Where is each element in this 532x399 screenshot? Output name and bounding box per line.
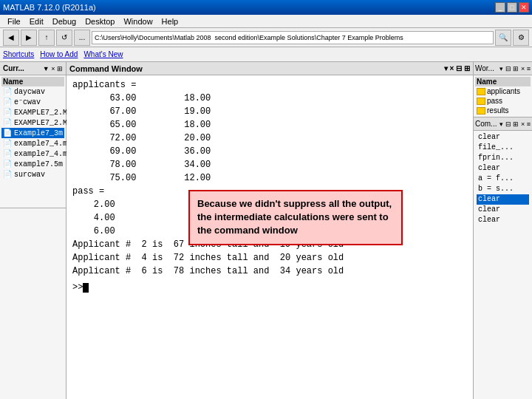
history-item[interactable]: fprin... xyxy=(477,153,529,163)
workspace-item-label: results xyxy=(487,106,508,115)
history-item[interactable]: b = s... xyxy=(477,184,529,194)
shortcut-how-to-add[interactable]: How to Add xyxy=(40,50,78,58)
history-item[interactable]: clear xyxy=(477,163,529,174)
menu-bar: File Edit Debug Desktop Window Help xyxy=(0,15,532,28)
list-item[interactable]: 📄example7_4.m xyxy=(1,149,64,159)
workspace-ctrl[interactable]: ▾ ⊟ ⊞ × ≡ xyxy=(499,65,531,72)
cmd-prompt: >> xyxy=(72,281,467,294)
panel-ctrl-left[interactable]: ▼ × ⊞ xyxy=(43,65,63,72)
list-item[interactable]: 📄example7.5m xyxy=(1,159,64,169)
cmd-header: Command Window ▾ × ⊟ ⊞ xyxy=(66,62,473,75)
history-header: Com... ▾ ⊟ ⊞ × ≡ xyxy=(474,117,532,131)
workspace-title: Wor... xyxy=(475,64,494,72)
minimize-button[interactable]: _ xyxy=(495,2,505,13)
cmd-title: Command Window xyxy=(69,64,143,73)
output-line-5: 69.00 36.00 xyxy=(72,145,467,158)
menu-edit[interactable]: Edit xyxy=(25,17,48,26)
shortcut-bar: Shortcuts How to Add What's New xyxy=(0,47,532,62)
menu-debug[interactable]: Debug xyxy=(48,17,81,26)
current-dir-title: Curr... xyxy=(3,64,24,72)
output-line-2: 67.00 19.00 xyxy=(72,105,467,118)
toolbar-up[interactable]: ↑ xyxy=(38,30,55,46)
workspace-item-label: pass xyxy=(487,97,502,105)
cursor-block xyxy=(83,283,89,293)
folder-icon xyxy=(477,98,485,105)
tooltip-box: Because we didn't suppress all the outpu… xyxy=(188,190,403,245)
output-line-3: 65.00 18.00 xyxy=(72,118,467,132)
close-button[interactable]: ✕ xyxy=(519,2,529,13)
menu-window[interactable]: Window xyxy=(119,17,157,26)
toolbar-search[interactable]: 🔍 xyxy=(495,30,511,46)
window-controls: _ □ ✕ xyxy=(495,2,529,13)
app-title: MATLAB 7.12.0 (R2011a) xyxy=(3,3,96,12)
list-item[interactable]: 📄e⁻cwav xyxy=(1,97,64,107)
prompt-symbol: >> xyxy=(72,281,83,294)
output-line-4: 72.00 20.00 xyxy=(72,132,467,145)
history-content: clear file_... fprin... clear a = f... b… xyxy=(474,131,532,227)
list-item-selected[interactable]: 📄Example7_3m xyxy=(1,128,64,138)
workspace-item-results[interactable]: results xyxy=(475,106,531,115)
toolbar-browse[interactable]: ... xyxy=(74,30,90,46)
history-item[interactable]: clear xyxy=(477,215,529,225)
main-layout: Curr... ▼ × ⊞ Name 📄daycwav 📄e⁻cwav 📄EXA… xyxy=(0,62,532,399)
toolbar-refresh[interactable]: ↺ xyxy=(56,30,72,46)
shortcut-whats-new[interactable]: What's New xyxy=(83,50,123,58)
output-line-1: 63.00 18.00 xyxy=(72,92,467,105)
current-dir-content: Name 📄daycwav 📄e⁻cwav 📄EXAMPLE7_2.M 📄EXA… xyxy=(0,75,66,181)
current-dir-panel: Name 📄daycwav 📄e⁻cwav 📄EXAMPLE7_2.M 📄EXA… xyxy=(0,75,66,208)
menu-desktop[interactable]: Desktop xyxy=(81,17,119,26)
menu-file[interactable]: File xyxy=(3,17,25,26)
output-line-applicant-2: Applicant # 4 is 72 inches tall and 20 y… xyxy=(72,251,467,265)
toolbar-back[interactable]: ◀ xyxy=(3,30,19,46)
list-item[interactable]: 📄example7_4.m xyxy=(1,138,64,149)
list-item[interactable]: 📄surcwav xyxy=(1,169,64,180)
history-title: Com... xyxy=(475,120,497,128)
list-item[interactable]: 📄EXAMPLE7_2.M xyxy=(1,117,64,128)
folder-icon xyxy=(477,88,485,95)
shortcut-shortcuts[interactable]: Shortcuts xyxy=(3,50,34,58)
workspace-header: Wor... ▾ ⊟ ⊞ × ≡ xyxy=(474,62,532,75)
list-item[interactable]: 📄daycwav xyxy=(1,86,64,97)
output-line-applicant-3: Applicant # 6 is 78 inches tall and 34 y… xyxy=(72,265,467,278)
path-input[interactable] xyxy=(92,31,494,44)
tooltip-text: Because we didn't suppress all the outpu… xyxy=(197,198,392,236)
history-panel: Com... ▾ ⊟ ⊞ × ≡ clear file_... fprin...… xyxy=(474,117,532,399)
output-line-7: 75.00 12.00 xyxy=(72,171,467,185)
history-item-selected[interactable]: clear xyxy=(477,194,529,205)
history-item[interactable]: clear xyxy=(477,205,529,215)
current-dir-header: Curr... ▼ × ⊞ xyxy=(0,62,66,75)
right-panel: Wor... ▾ ⊟ ⊞ × ≡ Name applicants pass re… xyxy=(473,62,532,399)
folder-icon xyxy=(477,107,485,115)
history-item[interactable]: file_... xyxy=(477,143,529,153)
cmd-content: applicants = 63.00 18.00 67.00 19.00 65.… xyxy=(66,75,473,399)
workspace-content: Name applicants pass results xyxy=(474,75,532,117)
title-bar: MATLAB 7.12.0 (R2011a) _ □ ✕ xyxy=(0,0,532,15)
list-item[interactable]: 📄EXAMPLE7_2.M xyxy=(1,107,64,117)
toolbar: ◀ ▶ ↑ ↺ ... 🔍 ⚙ xyxy=(0,28,532,47)
toolbar-forward[interactable]: ▶ xyxy=(21,30,37,46)
output-line-0: applicants = xyxy=(72,78,467,92)
history-item[interactable]: a = f... xyxy=(477,174,529,184)
toolbar-settings[interactable]: ⚙ xyxy=(513,30,529,46)
workspace-item-applicants[interactable]: applicants xyxy=(475,86,531,96)
cmd-controls[interactable]: ▾ × ⊟ ⊞ xyxy=(444,64,470,72)
history-ctrl[interactable]: ▾ ⊟ ⊞ × ≡ xyxy=(499,120,531,128)
output-line-6: 78.00 34.00 xyxy=(72,158,467,171)
workspace-col-header: Name xyxy=(475,77,531,86)
command-window: Command Window ▾ × ⊟ ⊞ applicants = 63.0… xyxy=(66,62,473,399)
workspace-item-label: applicants xyxy=(487,87,520,95)
maximize-button[interactable]: □ xyxy=(507,2,517,13)
history-item[interactable]: clear xyxy=(477,132,529,143)
left-panel: Curr... ▼ × ⊞ Name 📄daycwav 📄e⁻cwav 📄EXA… xyxy=(0,62,66,399)
name-col-header: Name xyxy=(1,77,64,86)
workspace-item-pass[interactable]: pass xyxy=(475,96,531,106)
menu-help[interactable]: Help xyxy=(157,17,183,26)
